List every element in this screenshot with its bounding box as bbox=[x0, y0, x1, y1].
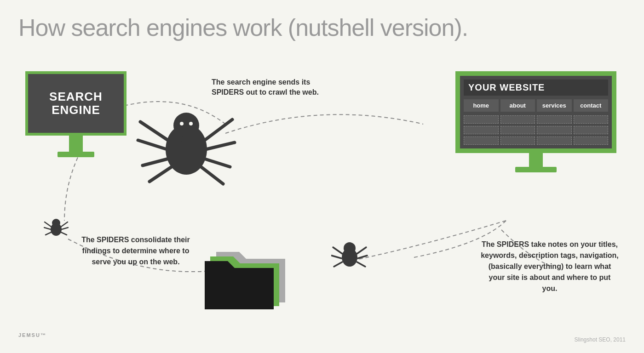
svg-line-20 bbox=[62, 228, 68, 229]
nav-about: about bbox=[500, 99, 535, 112]
svg-line-26 bbox=[334, 262, 342, 267]
website-screen-inner: YOUR WEBSITE home about services contact bbox=[460, 76, 612, 148]
annotation-bottom-right: The SPIDERS take notes on your titles, k… bbox=[481, 239, 619, 294]
svg-point-23 bbox=[344, 242, 356, 254]
svg-line-25 bbox=[332, 256, 341, 258]
content-cell bbox=[500, 126, 535, 134]
website-title: YOUR WEBSITE bbox=[464, 80, 608, 96]
svg-point-1 bbox=[173, 113, 199, 138]
page-title: How search engines work (nutshell versio… bbox=[18, 14, 468, 41]
monitor-label: SEARCH ENGINE bbox=[49, 90, 103, 116]
svg-line-4 bbox=[143, 159, 169, 165]
svg-line-9 bbox=[201, 167, 223, 184]
jemsu-logo: JEMSU™ bbox=[18, 332, 46, 343]
svg-point-11 bbox=[189, 122, 193, 125]
svg-line-21 bbox=[61, 232, 67, 235]
nav-contact: contact bbox=[574, 99, 609, 112]
content-cell bbox=[464, 126, 499, 134]
svg-line-3 bbox=[138, 140, 167, 149]
content-cell bbox=[574, 137, 609, 145]
content-row-2 bbox=[464, 126, 608, 134]
website-monitor: YOUR WEBSITE home about services contact bbox=[455, 71, 616, 172]
svg-line-2 bbox=[140, 122, 168, 140]
folder-stack bbox=[200, 229, 292, 312]
content-row-1 bbox=[464, 115, 608, 124]
svg-line-8 bbox=[204, 159, 230, 167]
spider-small-center bbox=[331, 234, 368, 271]
svg-line-28 bbox=[358, 256, 367, 258]
attribution: Slingshot SEO, 2011 bbox=[575, 336, 626, 343]
search-engine-diagram: SEARCH ENGINE bbox=[25, 71, 126, 157]
website-screen: YOUR WEBSITE home about services contact bbox=[455, 71, 616, 153]
content-cell bbox=[537, 115, 572, 124]
monitor-stand-base bbox=[58, 152, 94, 157]
spider-small-left bbox=[44, 214, 69, 239]
website-stand-base bbox=[515, 167, 557, 172]
annotation-top: The search engine sends its SPIDERS out … bbox=[212, 77, 331, 98]
nav-home: home bbox=[464, 99, 499, 112]
svg-line-7 bbox=[206, 142, 235, 149]
svg-line-6 bbox=[205, 120, 232, 140]
svg-line-27 bbox=[357, 247, 366, 254]
svg-line-18 bbox=[46, 232, 52, 235]
content-cell bbox=[500, 137, 535, 145]
svg-line-19 bbox=[61, 222, 68, 227]
website-nav: home about services contact bbox=[464, 99, 608, 112]
content-cell bbox=[537, 126, 572, 134]
svg-line-16 bbox=[45, 222, 51, 227]
svg-line-17 bbox=[44, 228, 51, 229]
content-row-3 bbox=[464, 137, 608, 145]
annotation-bottom-left: The SPIDERS consolidate their findings t… bbox=[74, 234, 198, 268]
website-content bbox=[464, 115, 608, 145]
content-cell bbox=[574, 126, 609, 134]
content-cell bbox=[464, 115, 499, 124]
content-cell bbox=[464, 137, 499, 145]
svg-line-29 bbox=[357, 262, 365, 267]
svg-point-15 bbox=[52, 219, 60, 227]
spider-large bbox=[136, 85, 237, 191]
website-stand-neck bbox=[529, 153, 543, 167]
content-cell bbox=[574, 115, 609, 124]
content-cell bbox=[500, 115, 535, 124]
svg-point-10 bbox=[180, 122, 184, 125]
monitor-stand-neck bbox=[69, 136, 83, 152]
svg-line-24 bbox=[333, 247, 342, 254]
svg-line-5 bbox=[150, 167, 172, 182]
monitor-screen: SEARCH ENGINE bbox=[25, 71, 126, 136]
content-cell bbox=[537, 137, 572, 145]
nav-services: services bbox=[537, 99, 572, 112]
